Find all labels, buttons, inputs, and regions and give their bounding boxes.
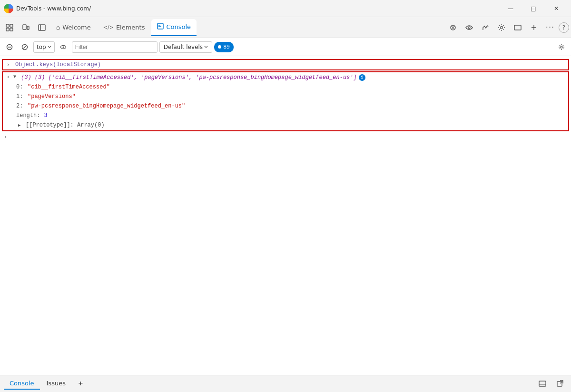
svg-point-20 [62, 46, 64, 48]
tab-elements-label: Elements [116, 24, 145, 31]
undock-icon[interactable] [552, 376, 567, 392]
titlebar-title: DevTools - www.bing.com/ [16, 5, 91, 12]
performance-icon[interactable] [478, 20, 493, 35]
add-tab-icon[interactable]: + [526, 20, 541, 35]
svg-rect-5 [27, 26, 29, 29]
svg-rect-0 [6, 24, 9, 27]
result-index-0: 0: [16, 84, 26, 90]
svg-point-12 [468, 27, 470, 29]
result-index-2: 2: [16, 103, 26, 109]
svg-point-21 [561, 46, 562, 48]
result-value-0: "cib__firstTimeAccessed" [28, 84, 110, 90]
titlebar-controls: — □ ✕ [500, 1, 567, 16]
input-chevron: › [7, 62, 12, 68]
result-back-arrow: ‹ [7, 74, 11, 80]
tab-console-label: Console [166, 23, 191, 30]
console-command-text: Object.keys(localStorage) [15, 61, 101, 68]
svg-line-25 [560, 381, 563, 383]
bottom-tab-console[interactable]: Console [4, 378, 40, 390]
toolbar-right [555, 40, 568, 54]
close-button[interactable]: ✕ [545, 1, 567, 16]
next-input-line[interactable]: › [0, 132, 571, 142]
bottombar: Console Issues + [0, 375, 571, 392]
block-icon[interactable] [18, 40, 31, 54]
console-input-line: › Object.keys(localStorage) [2, 59, 569, 70]
titlebar-left: DevTools - www.bing.com/ [4, 4, 91, 13]
more-icon[interactable]: ··· [542, 20, 558, 35]
bottom-tab-issues[interactable]: Issues [41, 378, 71, 390]
tab-elements[interactable]: </> Elements [98, 19, 151, 36]
home-icon: ⌂ [56, 24, 60, 31]
sidebar-icon[interactable] [34, 20, 49, 35]
levels-label: Default levels [164, 44, 203, 50]
result-value-2: "pw-pcsresponse_bingHomepage_widgetfeed_… [28, 103, 185, 109]
badge-dot [218, 45, 221, 49]
debug-icon[interactable] [445, 20, 461, 35]
bottom-issues-label: Issues [47, 380, 66, 387]
svg-rect-3 [10, 28, 13, 31]
console-area: › Object.keys(localStorage) ‹ ▼ (3) (3) … [0, 56, 571, 375]
clear-console-button[interactable] [3, 40, 16, 54]
svg-rect-6 [39, 25, 45, 30]
bottombar-right [535, 376, 567, 392]
settings-icon[interactable] [494, 20, 509, 35]
tabbar-right: + ··· ? [445, 20, 569, 35]
context-selector[interactable]: top [33, 41, 55, 53]
expand-triangle[interactable]: ▼ [13, 74, 19, 79]
console-toolbar: top Default levels 89 [0, 38, 571, 56]
prototype-label: [[Prototype]]: Array(0) [26, 122, 105, 128]
result-length-line: length: 3 [3, 111, 568, 121]
svg-rect-8 [158, 23, 163, 29]
info-icon[interactable]: i [359, 74, 365, 81]
tab-console[interactable]: Console [151, 19, 197, 36]
bottom-add-tab[interactable]: + [72, 378, 89, 390]
device-icon[interactable] [18, 20, 33, 35]
help-icon[interactable]: ? [559, 22, 569, 33]
summary-count: (3) [21, 74, 35, 81]
eye-icon[interactable] [57, 40, 70, 54]
result-item-1: 1: "pageVersions" [3, 92, 568, 102]
svg-point-13 [501, 26, 503, 29]
summary-values: (3) ['cib__firstTimeAccessed', 'pageVers… [35, 74, 357, 81]
bottom-console-label: Console [10, 380, 34, 387]
console-icon [157, 23, 164, 31]
console-result-block: ‹ ▼ (3) (3) ['cib__firstTimeAccessed', '… [2, 71, 569, 131]
message-count-badge: 89 [214, 42, 234, 52]
tab-welcome[interactable]: ⌂ Welcome [50, 19, 97, 36]
inspect-icon[interactable] [2, 20, 17, 35]
minimize-button[interactable]: — [500, 1, 522, 16]
svg-rect-1 [10, 24, 13, 27]
svg-rect-14 [514, 25, 521, 30]
svg-rect-22 [539, 381, 546, 386]
length-label: length: [16, 112, 40, 119]
devtools-logo [4, 4, 13, 13]
prototype-expand-icon[interactable]: ▶ [18, 123, 24, 128]
svg-rect-4 [23, 25, 26, 29]
length-value: 3 [44, 112, 47, 119]
svg-line-18 [23, 46, 26, 49]
settings-gear-icon[interactable] [555, 40, 568, 54]
result-prototype-line: ▶ [[Prototype]]: Array(0) [3, 121, 568, 129]
tab-welcome-label: Welcome [62, 24, 90, 31]
context-label: top [37, 44, 46, 50]
filter-input[interactable] [72, 41, 158, 53]
dock-icon[interactable] [535, 376, 550, 392]
svg-rect-2 [6, 28, 9, 31]
result-summary-text: (3) (3) ['cib__firstTimeAccessed', 'page… [21, 74, 357, 81]
tabbar: ⌂ Welcome </> Elements Console + ··· ? [0, 17, 571, 38]
result-value-1: "pageVersions" [28, 93, 76, 100]
network-icon[interactable] [462, 20, 477, 35]
maximize-button[interactable]: □ [522, 1, 544, 16]
result-summary-line: ‹ ▼ (3) (3) ['cib__firstTimeAccessed', '… [3, 73, 568, 83]
next-chevron: › [4, 134, 7, 140]
browser-icon[interactable] [510, 20, 525, 35]
titlebar: DevTools - www.bing.com/ — □ ✕ [0, 0, 571, 17]
result-item-2: 2: "pw-pcsresponse_bingHomepage_widgetfe… [3, 102, 568, 111]
bottom-add-icon: + [78, 380, 83, 387]
result-item-0: 0: "cib__firstTimeAccessed" [3, 83, 568, 92]
elements-icon: </> [103, 24, 114, 30]
badge-count: 89 [223, 44, 230, 50]
result-index-1: 1: [16, 93, 26, 100]
levels-selector[interactable]: Default levels [159, 41, 212, 53]
